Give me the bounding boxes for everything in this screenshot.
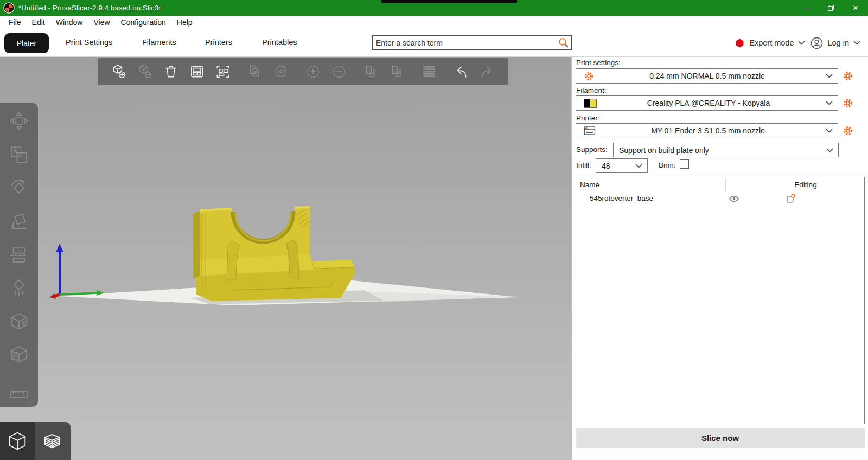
titlebar: *Untitled - PrusaSlicer-2.9.4 based on S… — [0, 0, 868, 16]
remove-instance-button[interactable] — [331, 63, 347, 80]
printer-icon — [584, 126, 596, 136]
visibility-eye-icon[interactable] — [729, 195, 739, 203]
menu-configuration[interactable]: Configuration — [116, 18, 171, 27]
infill-dropdown[interactable]: 48 — [596, 158, 648, 173]
restore-button[interactable] — [818, 0, 843, 16]
3d-editor-view-button[interactable] — [0, 422, 35, 460]
tabbar: Plater Print Settings Filaments Printers… — [0, 29, 868, 57]
object-list-header: Name Editing — [576, 177, 864, 192]
prusaslicer-window: *Untitled - PrusaSlicer-2.9.4 based on S… — [0, 0, 868, 460]
chevron-down-icon — [826, 74, 833, 78]
tab-printers[interactable]: Printers — [205, 38, 232, 47]
delete-all-button[interactable] — [163, 63, 179, 80]
filament-gear-button[interactable] — [841, 95, 855, 111]
print-settings-combo[interactable]: 0.24 mm NORMAL 0.5 mm nozzle — [576, 68, 838, 84]
print-settings-label: Print settings: — [576, 59, 621, 67]
filament-combo[interactable]: Creality PLA @CREALITY - Kopyala — [576, 95, 838, 111]
filament-color-swatch — [584, 99, 597, 108]
cut-tool-icon[interactable] — [8, 244, 30, 266]
delete-object-button[interactable] — [137, 63, 153, 80]
paste-button[interactable] — [273, 63, 289, 80]
axes-indicator — [49, 244, 104, 299]
redo-button[interactable] — [479, 63, 495, 80]
prusaslicer-logo-icon — [3, 2, 15, 14]
window-title: *Untitled - PrusaSlicer-2.9.4 based on S… — [18, 4, 161, 12]
undo-button[interactable] — [453, 63, 469, 80]
3d-scene[interactable] — [0, 57, 571, 460]
supports-label: Supports: — [576, 145, 608, 154]
left-toolbar — [0, 103, 38, 407]
print-settings-value: 0.24 mm NORMAL 0.5 mm nozzle — [594, 72, 826, 80]
seam-painting-tool-icon[interactable] — [8, 311, 30, 334]
column-editing: Editing — [746, 181, 865, 189]
svg-text:0: 0 — [371, 71, 374, 76]
menu-edit[interactable]: Edit — [27, 18, 50, 27]
split-to-parts-button[interactable]: P — [389, 63, 405, 80]
settings-panel: Print settings: 0.24 mm NORMAL 0.5 mm no… — [571, 57, 868, 460]
tab-plater[interactable]: Plater — [4, 33, 49, 53]
tab-print-settings[interactable]: Print Settings — [66, 38, 112, 47]
brim-label: Brim: — [659, 161, 676, 169]
svg-text:P: P — [397, 71, 400, 76]
printer-value: MY-01 Ender-3 S1 0.5 mm nozzle — [596, 126, 826, 135]
close-button[interactable]: ✕ — [843, 0, 868, 16]
main-area: 0 P — [0, 57, 868, 460]
chevron-down-icon — [826, 148, 833, 152]
chevron-down-icon — [853, 41, 860, 45]
3d-viewport[interactable]: 0 P — [0, 57, 571, 460]
chevron-down-icon — [635, 164, 642, 168]
search-input[interactable] — [373, 39, 558, 47]
add-object-button[interactable] — [111, 63, 127, 80]
object-row[interactable]: 545rotoverter_base — [576, 192, 864, 206]
object-name: 545rotoverter_base — [590, 194, 653, 202]
filament-label: Filament: — [576, 86, 607, 94]
split-to-objects-button[interactable]: 0 — [363, 63, 379, 80]
view-toggle-bar — [0, 422, 71, 460]
search-box — [372, 35, 572, 50]
printer-label: Printer: — [576, 114, 600, 122]
mode-label: Expert mode — [749, 39, 794, 47]
search-icon[interactable] — [558, 37, 570, 49]
menu-window[interactable]: Window — [50, 18, 88, 27]
arrange-current-bed-button[interactable] — [215, 63, 231, 80]
menubar: File Edit Window View Configuration Help — [0, 16, 868, 29]
tab-printables[interactable]: Printables — [262, 38, 297, 47]
brim-checkbox[interactable] — [680, 159, 689, 169]
filament-value: Creality PLA @CREALITY - Kopyala — [597, 99, 826, 107]
menu-help[interactable]: Help — [171, 18, 198, 27]
variable-layer-height-button[interactable] — [421, 63, 437, 80]
top-toolbar: 0 P — [98, 58, 508, 85]
printer-combo[interactable]: MY-01 Ender-3 S1 0.5 mm nozzle — [576, 123, 838, 138]
object-list: Name Editing 545rotoverter_base — [576, 177, 865, 424]
move-tool-icon[interactable] — [8, 110, 30, 132]
minimize-button[interactable] — [793, 0, 818, 16]
screen-notch — [381, 0, 517, 3]
user-icon — [810, 37, 823, 49]
supports-dropdown[interactable]: Support on build plate only — [613, 143, 839, 157]
slice-now-button[interactable]: Slice now — [576, 428, 865, 448]
scale-tool-icon[interactable] — [8, 143, 30, 166]
copy-button[interactable] — [247, 63, 263, 80]
sliced-preview-button[interactable] — [35, 422, 69, 460]
add-instance-button[interactable] — [305, 63, 321, 80]
edit-object-icon[interactable] — [787, 194, 795, 203]
measure-tool-icon[interactable] — [8, 378, 30, 400]
chevron-down-icon — [826, 129, 833, 133]
chevron-down-icon — [826, 101, 833, 105]
expert-mode-icon — [735, 38, 745, 48]
infill-value: 48 — [596, 162, 635, 170]
printer-gear-button[interactable] — [841, 123, 855, 138]
mode-selector[interactable]: Expert mode — [735, 38, 805, 48]
menu-view[interactable]: View — [88, 18, 115, 27]
login-button[interactable]: Log in — [810, 37, 860, 49]
column-name: Name — [580, 181, 599, 189]
paint-supports-tool-icon[interactable] — [8, 277, 30, 300]
print-settings-gear-button[interactable] — [841, 68, 855, 84]
menu-file[interactable]: File — [3, 18, 27, 27]
layers-icon — [40, 429, 64, 453]
rotate-tool-icon[interactable] — [8, 177, 30, 200]
place-on-face-tool-icon[interactable] — [8, 210, 30, 233]
tab-filaments[interactable]: Filaments — [142, 38, 176, 47]
fuzzy-skin-tool-icon[interactable] — [8, 344, 30, 367]
arrange-button[interactable] — [189, 63, 205, 80]
